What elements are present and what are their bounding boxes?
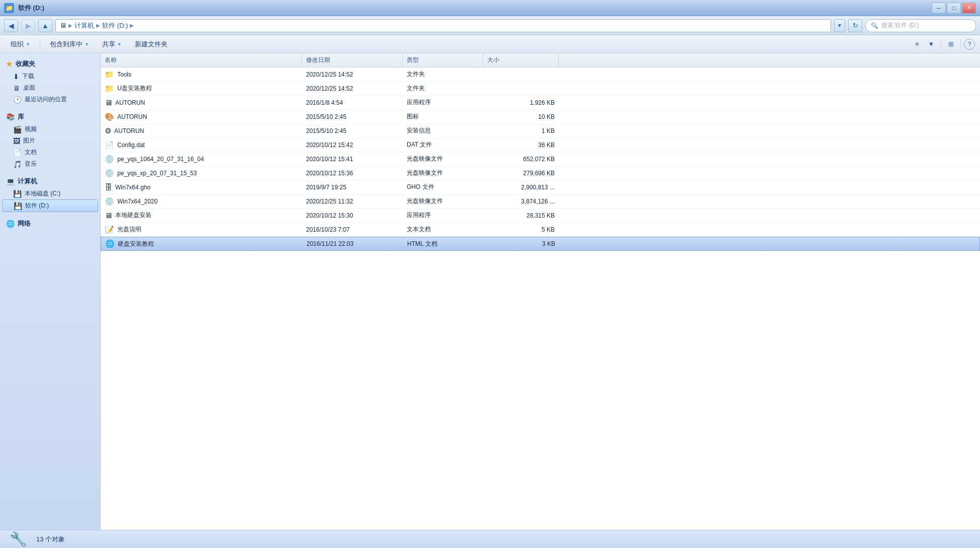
include-label: 包含到库中: [50, 40, 83, 49]
up-button[interactable]: ▲: [38, 19, 52, 32]
table-row[interactable]: 💿 Win7x64_2020 2020/12/25 11:32 光盘映像文件 3…: [101, 194, 980, 209]
addressbar: ◀ ▶ ▲ 🖥 ▶ 计算机 ▶ 软件 (D:) ▶ ▼ ↻ 🔍 搜索 软件 (D…: [0, 16, 980, 35]
share-label: 共享: [102, 40, 115, 49]
share-button[interactable]: 共享 ▼: [97, 37, 127, 51]
include-arrow-icon: ▼: [85, 42, 89, 47]
sidebar-computer-header[interactable]: 💻 计算机: [2, 175, 98, 188]
breadcrumb-computer[interactable]: 计算机: [74, 21, 94, 30]
table-row[interactable]: 🖥 本地硬盘安装 2020/10/12 15:30 应用程序 28,315 KB: [101, 209, 980, 223]
table-row[interactable]: ⚙ AUTORUN 2015/5/10 2:45 安装信息 1 KB: [101, 124, 980, 138]
sidebar-item-desktop[interactable]: 🖥 桌面: [2, 82, 98, 94]
table-row[interactable]: 🗄 Win7x64.gho 2019/9/7 19:25 GHO 文件 2,90…: [101, 180, 980, 194]
search-box[interactable]: 🔍 搜索 软件 (D:): [865, 19, 976, 32]
sidebar-item-drive-c[interactable]: 💾 本地磁盘 (C:): [2, 188, 98, 199]
file-name-label: U盘安装教程: [117, 84, 152, 93]
network-label: 网络: [18, 219, 31, 228]
include-library-button[interactable]: 包含到库中 ▼: [44, 37, 95, 51]
toolbar-view-buttons: ≡ ▼ ⊞ ?: [911, 38, 975, 51]
star-icon: ★: [6, 60, 13, 68]
sidebar-item-desktop-label: 桌面: [23, 84, 35, 92]
organize-button[interactable]: 组织 ▼: [5, 37, 36, 51]
sidebar-item-pictures[interactable]: 🖼 图片: [2, 135, 98, 147]
table-row[interactable]: 🌐 硬盘安装教程 2016/11/21 22:03 HTML 文档 3 KB: [101, 237, 980, 251]
file-name-label: pe_yqs_xp_20_07_31_15_53: [117, 170, 197, 177]
sidebar: ★ 收藏夹 ⬇ 下载 🖥 桌面 🕐 最近访问的位置 📚 库 �: [0, 53, 101, 530]
sidebar-item-drive-d-label: 软件 (D:): [25, 201, 49, 210]
breadcrumb-arrow-2: ▶: [96, 23, 100, 28]
view-list-button[interactable]: ≡: [911, 38, 924, 51]
sidebar-item-download[interactable]: ⬇ 下载: [2, 71, 98, 82]
refresh-button[interactable]: ↻: [848, 19, 862, 32]
file-date-cell: 2016/1/8 4:54: [302, 99, 403, 106]
maximize-button[interactable]: □: [947, 3, 961, 14]
new-folder-label: 新建文件夹: [135, 40, 168, 49]
file-name-label: 硬盘安装教程: [118, 240, 154, 248]
table-row[interactable]: 📄 Config.dat 2020/10/12 15:42 DAT 文件 36 …: [101, 138, 980, 152]
file-type-cell: 应用程序: [403, 98, 483, 107]
sidebar-item-drive-d[interactable]: 💾 软件 (D:): [2, 199, 98, 212]
drive-c-icon: 💾: [13, 190, 22, 198]
titlebar-controls: ─ □ ✕: [932, 3, 976, 14]
sidebar-item-recent[interactable]: 🕐 最近访问的位置: [2, 94, 98, 105]
table-row[interactable]: 🖥 AUTORUN 2016/1/8 4:54 应用程序 1,926 KB: [101, 96, 980, 110]
sidebar-item-music[interactable]: 🎵 音乐: [2, 158, 98, 170]
column-header-name[interactable]: 名称: [101, 53, 302, 67]
file-name-cell: 📝 光盘说明: [101, 225, 302, 234]
table-row[interactable]: 💿 pe_yqs_1064_20_07_31_16_04 2020/10/12 …: [101, 152, 980, 166]
help-button[interactable]: ?: [964, 39, 975, 50]
search-placeholder: 搜索 软件 (D:): [881, 21, 919, 30]
sidebar-item-download-label: 下载: [22, 72, 34, 81]
sidebar-section-favorites: ★ 收藏夹 ⬇ 下载 🖥 桌面 🕐 最近访问的位置: [2, 57, 98, 105]
file-name-cell: 🖥 AUTORUN: [101, 98, 302, 107]
file-size-cell: 5 KB: [483, 226, 559, 233]
download-icon: ⬇: [13, 73, 19, 81]
sidebar-favorites-header[interactable]: ★ 收藏夹: [2, 57, 98, 71]
minimize-button[interactable]: ─: [932, 3, 946, 14]
table-row[interactable]: 🎨 AUTORUN 2015/5/10 2:45 图标 10 KB: [101, 110, 980, 124]
table-row[interactable]: 📝 光盘说明 2016/10/23 7:07 文本文档 5 KB: [101, 223, 980, 237]
file-date-cell: 2020/12/25 11:32: [302, 198, 403, 205]
new-folder-button[interactable]: 新建文件夹: [129, 37, 173, 51]
computer-label: 计算机: [18, 177, 37, 186]
close-button[interactable]: ✕: [962, 3, 976, 14]
titlebar-left: 📁 软件 (D:): [4, 3, 44, 13]
forward-button[interactable]: ▶: [21, 19, 35, 32]
table-row[interactable]: 📁 U盘安装教程 2020/12/25 14:52 文件夹: [101, 82, 980, 96]
file-icon: 🎨: [105, 112, 114, 121]
file-date-cell: 2016/11/21 22:03: [303, 240, 403, 247]
table-row[interactable]: 💿 pe_yqs_xp_20_07_31_15_53 2020/10/12 15…: [101, 166, 980, 180]
titlebar-title: 软件 (D:): [18, 4, 44, 13]
table-row[interactable]: 📁 Tools 2020/12/25 14:52 文件夹: [101, 67, 980, 82]
column-header-type[interactable]: 类型: [403, 53, 483, 67]
file-name-cell: 📁 U盘安装教程: [101, 84, 302, 93]
file-name-label: Tools: [117, 71, 131, 78]
file-icon: 📝: [105, 225, 114, 234]
file-icon: 🖥: [105, 98, 112, 107]
file-type-cell: 文件夹: [403, 70, 483, 79]
column-header-date[interactable]: 修改日期: [302, 53, 403, 67]
library-folder-icon: 📚: [6, 113, 15, 121]
file-type-cell: 光盘映像文件: [403, 197, 483, 206]
toolbar-separator-2: [941, 39, 941, 50]
sidebar-item-drive-c-label: 本地磁盘 (C:): [25, 189, 60, 198]
file-date-cell: 2020/12/25 14:52: [302, 71, 403, 78]
sidebar-item-documents-label: 文档: [25, 148, 37, 157]
view-details-button[interactable]: ⊞: [944, 38, 957, 51]
file-name-label: Win7x64.gho: [115, 184, 150, 191]
column-header-size[interactable]: 大小: [483, 53, 559, 67]
file-size-cell: 28,315 KB: [483, 212, 559, 219]
address-dropdown-button[interactable]: ▼: [834, 19, 845, 32]
file-name-label: 光盘说明: [117, 225, 141, 234]
titlebar-icon: 📁: [4, 3, 14, 13]
sidebar-item-documents[interactable]: 📄 文档: [2, 147, 98, 158]
sidebar-library-header[interactable]: 📚 库: [2, 110, 98, 123]
library-label: 库: [18, 112, 24, 121]
search-icon: 🔍: [871, 22, 878, 29]
sidebar-network-header[interactable]: 🌐 网络: [2, 217, 98, 230]
file-icon: 🖥: [105, 211, 112, 220]
sidebar-item-video[interactable]: 🎬 视频: [2, 123, 98, 135]
breadcrumb-drive[interactable]: 软件 (D:): [102, 21, 128, 30]
view-arrow-button[interactable]: ▼: [925, 38, 938, 51]
back-button[interactable]: ◀: [4, 19, 18, 32]
pictures-icon: 🖼: [13, 137, 20, 145]
